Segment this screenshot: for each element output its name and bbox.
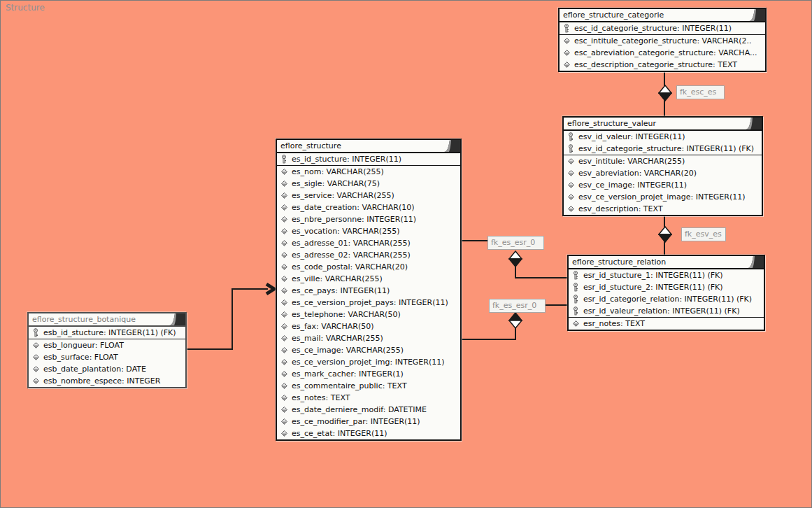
table-title[interactable]: eflore_structure_relation bbox=[569, 256, 764, 269]
table-row: esv_id_valeur: INTEGER(11) bbox=[564, 131, 762, 143]
table-title-text: eflore_structure bbox=[280, 141, 341, 150]
column-text: es_mail: VARCHAR(255) bbox=[292, 334, 383, 343]
table-title[interactable]: eflore_structure_botanique bbox=[29, 313, 185, 327]
table-row: es_code_postal: VARCHAR(20) bbox=[277, 261, 460, 273]
column-text: es_vocation: VARCHAR(255) bbox=[292, 227, 399, 236]
table-row: esr_id_stucture_1: INTEGER(11) (FK) bbox=[569, 269, 764, 281]
column-text: esb_date_plantation: DATE bbox=[43, 365, 146, 374]
column-text: es_adresse_01: VARCHAR(255) bbox=[292, 239, 411, 248]
table-row: esv_description: TEXT bbox=[564, 203, 762, 215]
diamond-icon bbox=[280, 418, 288, 425]
column-text: esv_ce_version_projet_image: INTEGER(11) bbox=[578, 192, 746, 202]
table-title[interactable]: eflore_structure bbox=[277, 140, 460, 153]
diamond-icon bbox=[280, 335, 288, 341]
diamond-icon bbox=[280, 264, 288, 270]
column-text: es_adresse_02: VARCHAR(255) bbox=[292, 251, 411, 260]
connector-line bbox=[232, 288, 268, 290]
relationship-diamond-icon bbox=[658, 85, 672, 104]
column-text: es_ce_version_projet_img: INTEGER(11) bbox=[292, 358, 445, 367]
diamond-icon bbox=[280, 311, 288, 318]
column-text: esb_id_stucture: INTEGER(11) (FK) bbox=[43, 328, 176, 337]
table-row: esr_id_stucture_2: INTEGER(11) (FK) bbox=[569, 281, 764, 293]
column-text: es_notes: TEXT bbox=[292, 393, 350, 402]
column-text: es_mark_cacher: INTEGER(1) bbox=[292, 369, 404, 379]
column-text: es_ce_modifier_par: INTEGER(11) bbox=[292, 417, 420, 426]
column-text: esb_surface: FLOAT bbox=[43, 353, 118, 362]
relationship-label-fk-esc-es[interactable]: fk_esc_es bbox=[676, 85, 725, 99]
diamond-icon bbox=[280, 216, 288, 223]
relationship-label-fk-esv-es[interactable]: fk_esv_es bbox=[681, 227, 726, 241]
column-text: esc_abreviation_categorie_structure: VAR… bbox=[574, 48, 757, 57]
table-row: es_ce_pays: INTEGER(11) bbox=[277, 285, 460, 297]
diamond-icon bbox=[567, 158, 575, 164]
key-icon bbox=[31, 328, 40, 337]
table-row: es_mail: VARCHAR(255) bbox=[277, 332, 460, 344]
connector-line bbox=[460, 240, 488, 241]
table-row: es_notes: TEXT bbox=[277, 392, 460, 404]
diagram-canvas[interactable]: Structure fk_esc_es fk_esv_es fk_es_esr_… bbox=[0, 0, 812, 508]
diamond-icon bbox=[567, 194, 575, 200]
relationship-label-fk-es-esr-2[interactable]: fk_es_esr_0 bbox=[489, 299, 546, 313]
page-curl-icon bbox=[167, 313, 185, 325]
table-row: es_ce_etat: INTEGER(11) bbox=[277, 428, 460, 439]
diamond-icon bbox=[280, 347, 288, 353]
page-curl-icon bbox=[743, 118, 762, 129]
page-curl-icon bbox=[746, 256, 764, 268]
diamond-icon bbox=[280, 395, 288, 401]
table-row: es_adresse_01: VARCHAR(255) bbox=[277, 237, 460, 249]
column-text: es_telephone: VARCHAR(50) bbox=[292, 310, 401, 319]
table-row: esr_id_categorie_relation: INTEGER(11) (… bbox=[569, 293, 764, 305]
column-text: es_date_creation: VARCHAR(10) bbox=[292, 203, 415, 212]
table-row: es_mark_cacher: INTEGER(1) bbox=[277, 368, 460, 380]
column-text: esr_id_valeur_relation: INTEGER(11) (FK) bbox=[583, 306, 740, 316]
column-text: esc_id_categorie_structure: INTEGER(11) bbox=[574, 24, 732, 33]
table-row: esv_id_categorie_structure: INTEGER(11) … bbox=[564, 143, 762, 155]
table-title[interactable]: eflore_structure_categorie bbox=[560, 9, 765, 22]
table-row: esc_abreviation_categorie_structure: VAR… bbox=[560, 47, 765, 59]
connector-line bbox=[544, 304, 569, 306]
key-icon bbox=[280, 155, 288, 164]
column-text: esb_nombre_espece: INTEGER bbox=[43, 376, 160, 386]
diamond-icon bbox=[280, 359, 288, 365]
relationship-label-fk-es-esr-1[interactable]: fk_es_esr_0 bbox=[487, 236, 544, 250]
table-row: es_telephone: VARCHAR(50) bbox=[277, 309, 460, 320]
table-row: esc_intitule_categorie_structure: VARCHA… bbox=[560, 35, 765, 47]
diamond-icon bbox=[280, 204, 288, 211]
key-icon bbox=[562, 24, 571, 33]
column-text: es_ce_version_projet_pays: INTEGER(11) bbox=[292, 298, 448, 307]
column-text: esc_description_categorie_structure: TEX… bbox=[574, 60, 737, 69]
key-icon bbox=[571, 306, 580, 316]
column-text: es_code_postal: VARCHAR(20) bbox=[292, 262, 408, 271]
column-text: es_service: VARCHAR(255) bbox=[292, 191, 394, 200]
table-row: es_ce_version_projet_pays: INTEGER(11) bbox=[277, 297, 460, 309]
column-text: esv_ce_image: INTEGER(11) bbox=[578, 181, 687, 190]
diamond-icon bbox=[280, 288, 288, 294]
table-row: esb_nombre_espece: INTEGER bbox=[29, 375, 185, 387]
table-row: es_service: VARCHAR(255) bbox=[277, 190, 460, 202]
diamond-icon bbox=[562, 62, 571, 68]
table-title-text: eflore_structure_categorie bbox=[563, 10, 664, 20]
table-eflore-structure-categorie[interactable]: eflore_structure_categorie esc_id_catego… bbox=[558, 8, 767, 72]
diamond-icon bbox=[31, 366, 40, 372]
table-row: esr_notes: TEXT bbox=[569, 318, 764, 330]
diamond-icon bbox=[567, 182, 575, 188]
table-eflore-structure-valeur[interactable]: eflore_structure_valeur esv_id_valeur: I… bbox=[562, 116, 763, 216]
diamond-icon bbox=[31, 354, 40, 360]
table-eflore-structure-relation[interactable]: eflore_structure_relation esr_id_stuctur… bbox=[567, 255, 765, 331]
table-title-text: eflore_structure_relation bbox=[572, 257, 666, 267]
diamond-icon bbox=[280, 407, 288, 413]
table-row: es_sigle: VARCHAR(75) bbox=[277, 178, 460, 190]
page-curl-icon bbox=[442, 140, 460, 152]
diamond-icon bbox=[280, 276, 288, 282]
table-eflore-structure[interactable]: eflore_structure es_id_stucture: INTEGER… bbox=[276, 139, 462, 441]
table-row: esb_date_plantation: DATE bbox=[29, 363, 185, 375]
key-icon bbox=[571, 271, 580, 280]
key-icon bbox=[567, 132, 575, 141]
connector-line bbox=[183, 348, 233, 350]
table-title[interactable]: eflore_structure_valeur bbox=[564, 118, 762, 131]
column-text: esc_intitule_categorie_structure: VARCHA… bbox=[574, 36, 751, 45]
diamond-icon bbox=[280, 383, 288, 389]
table-row: esb_longueur: FLOAT bbox=[29, 339, 185, 351]
table-eflore-structure-botanique[interactable]: eflore_structure_botanique esb_id_stuctu… bbox=[27, 312, 187, 388]
column-text: esv_description: TEXT bbox=[578, 204, 663, 213]
